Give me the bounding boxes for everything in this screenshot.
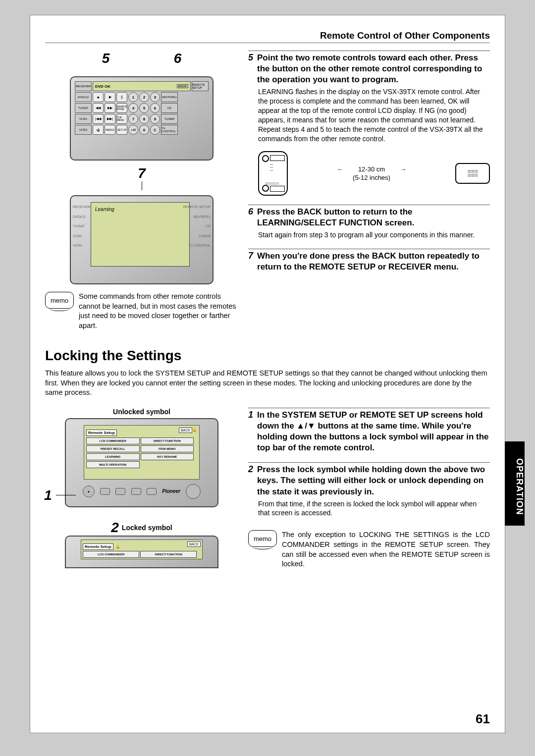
step-7-title: When you're done press the BACK button r… (257, 251, 490, 272)
callout-6: 6 (174, 51, 182, 66)
unlocked-symbol-label: Unlocked symbol (45, 408, 238, 416)
callout-5: 5 (102, 51, 110, 66)
section-tab: OPERATION (505, 441, 525, 526)
memo-note-1: memo Some commands from other remote con… (45, 292, 238, 330)
memo-text-1: Some commands from other remote controls… (79, 292, 238, 330)
remote-setup-diagram-locked: Remote Setup 🔒 BACK LCD COMMANDER DIRECT… (65, 536, 218, 568)
page-header: Remote Control of Other Components (45, 30, 490, 43)
header-title: Remote Control of Other Components (320, 30, 490, 41)
section-intro: This feature allows you to lock the SYST… (45, 369, 490, 398)
step-7: 7 When you're done press the BACK button… (248, 249, 490, 272)
callout-1: 1 (44, 487, 52, 503)
remote-diagram-top: RECEIVER DVD OKBACK REMOTE SETUP DVD/LD … (70, 76, 214, 161)
callout-7: 7 (45, 165, 238, 181)
locked-symbol-label: Locked symbol (122, 524, 172, 532)
step-5-title: Point the two remote controls toward eac… (257, 53, 490, 85)
figure-callouts: 5 6 (45, 51, 238, 66)
lock-step-2: 2 Press the lock symbol while holding do… (248, 462, 490, 518)
remote-diagram-learning: Learning RECEIVER DVD/LD TV/SAT VCR1 VCR… (70, 195, 214, 284)
remote-outline-1: ▫▫▫▫▫▫▫▫▫ ▯▯▯▯▯▯▯ (258, 151, 288, 196)
step-5: 5 Point the two remote controls toward e… (248, 51, 490, 196)
memo-note-2: memo The only exception to LOCKING THE S… (248, 530, 490, 569)
memo-text-2: The only exception to LOCKING THE SETTIN… (282, 530, 490, 569)
brand-logo: Pioneer (162, 488, 180, 494)
lock-step-2-title: Press the lock symbol while holding down… (257, 464, 490, 497)
memo-icon: memo (248, 530, 277, 547)
step-6-title: Press the BACK button to return to the L… (257, 207, 490, 228)
dpad-icon: ◆ (83, 486, 95, 497)
page-number: 61 (476, 711, 490, 727)
lock-step-1: 1 In the SYSTEM SETUP or REMOTE SET UP s… (248, 408, 490, 453)
memo-icon: memo (45, 292, 74, 309)
remote-outline-2: ▯▯▯▯▯▯▯▯▯▯▯▯ (455, 163, 490, 184)
step-5-body: LEARNING flashes in the display on the V… (258, 87, 490, 143)
remote-distance-diagram: ▫▫▫▫▫▫▫▫▫ ▯▯▯▯▯▯▯ 12-30 cm (5-12 inches)… (258, 151, 490, 196)
section-heading-locking: Locking the Settings (45, 348, 490, 364)
lock-step-1-title: In the SYSTEM SETUP or REMOTE SET UP scr… (257, 410, 490, 453)
remote-setup-diagram-unlocked: Remote Setup 🔓 BACK LCD COMMANDER DIRECT… (65, 418, 218, 507)
lock-step-2-body: From that time, if the screen is locked … (258, 499, 490, 518)
step-6: 6 Press the BACK button to return to the… (248, 205, 490, 240)
callout-2: 2 (111, 520, 119, 536)
lcd-learning-text: Learning (91, 202, 190, 267)
step-6-body: Start again from step 3 to program all y… (258, 230, 490, 240)
